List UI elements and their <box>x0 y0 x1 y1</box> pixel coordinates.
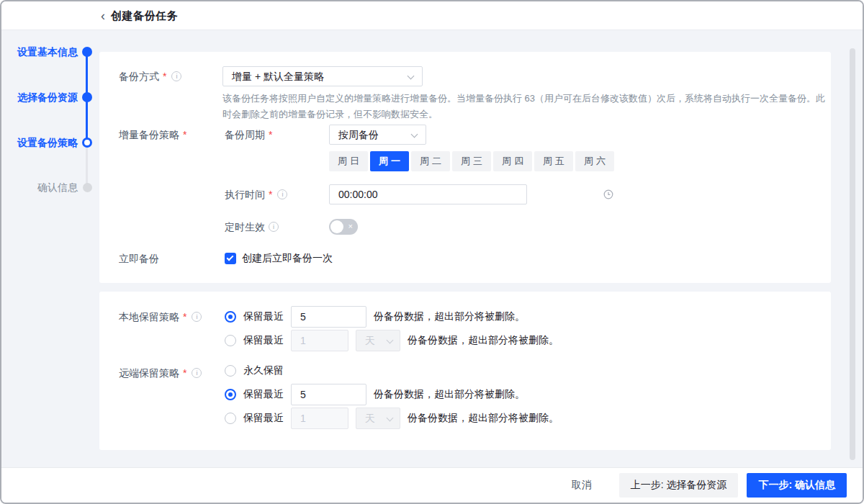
step-item-confirm-info[interactable]: 确认信息 <box>1 180 78 194</box>
required-mark: * <box>269 184 272 204</box>
info-icon[interactable]: i <box>277 189 287 199</box>
remote-retention-label: 远端保留策略*i <box>119 363 202 383</box>
info-icon[interactable]: i <box>171 71 181 81</box>
option-suffix: 份备份数据，超出部分将被删除。 <box>408 412 559 425</box>
schedule-effect-toggle[interactable]: × <box>329 219 358 235</box>
chevron-down-icon <box>408 73 415 80</box>
info-icon[interactable]: i <box>269 222 279 232</box>
option-prefix: 保留最近 <box>243 310 284 323</box>
step-item-select-resource[interactable]: 选择备份资源 <box>1 90 78 104</box>
radio-selected-icon[interactable] <box>225 389 236 400</box>
chevron-down-icon <box>411 131 418 138</box>
required-mark: * <box>183 363 186 383</box>
info-icon[interactable]: i <box>192 312 202 322</box>
immediate-backup-option-label: 创建后立即备份一次 <box>242 252 333 265</box>
radio-unselected-icon[interactable] <box>225 413 236 424</box>
option-suffix: 份备份数据，超出部分将被删除。 <box>374 310 525 323</box>
breadcrumb: ‹ 创建备份任务 <box>101 1 178 30</box>
top-bar: ‹ 创建备份任务 <box>1 1 863 30</box>
backup-method-description: 该备份任务将按照用户自定义的增量策略进行增量备份。当增量备份执行 63（用户可在… <box>222 91 826 122</box>
toggle-knob <box>330 220 343 233</box>
prev-step-button[interactable]: 上一步: 选择备份资源 <box>619 473 739 498</box>
step-dot-done-icon <box>82 92 92 102</box>
option-suffix: 份备份数据，超出部分将被删除。 <box>408 334 559 347</box>
required-mark: * <box>183 125 186 145</box>
incremental-policy-label: 增量备份策略* <box>119 125 188 145</box>
backup-cycle-select[interactable]: 按周备份 <box>329 125 426 145</box>
info-icon[interactable]: i <box>192 368 202 378</box>
remote-retention-count-option: 保留最近 份备份数据，超出部分将被删除。 <box>225 384 525 405</box>
exec-time-input[interactable] <box>329 184 527 204</box>
weekday-button-saturday[interactable]: 周六 <box>575 151 614 171</box>
local-retention-count-option: 保留最近 份备份数据，超出部分将被删除。 <box>225 306 525 328</box>
next-step-button[interactable]: 下一步: 确认信息 <box>747 473 847 498</box>
local-retention-count-input[interactable] <box>291 306 366 328</box>
weekday-button-monday[interactable]: 周一 <box>370 151 409 171</box>
step-item-backup-policy[interactable]: 设置备份策略 <box>1 135 78 150</box>
backup-method-label: 备份方式*i <box>119 66 181 86</box>
weekday-selector: 周日 周一 周二 周三 周四 周五 周六 <box>329 151 614 171</box>
option-suffix: 份备份数据，超出部分将被删除。 <box>374 388 525 401</box>
create-backup-task-page: ‹ 创建备份任务 设置基本信息 选择备份资源 设置备份策略 确认信息 备份方式*… <box>0 0 864 504</box>
radio-unselected-icon[interactable] <box>225 365 236 377</box>
option-prefix: 保留最近 <box>243 388 284 401</box>
remote-retention-forever-option: 永久保留 <box>225 361 284 381</box>
option-prefix: 保留最近 <box>243 334 284 347</box>
weekday-button-thursday[interactable]: 周四 <box>493 151 532 171</box>
weekday-button-tuesday[interactable]: 周二 <box>411 151 450 171</box>
step-dot-pending-icon <box>83 183 92 192</box>
step-dot-current-icon <box>82 138 92 148</box>
step-dot-done-icon <box>82 47 92 57</box>
check-icon <box>227 254 234 261</box>
weekday-button-wednesday[interactable]: 周三 <box>452 151 491 171</box>
option-prefix: 保留最近 <box>243 412 284 425</box>
option-label: 永久保留 <box>243 364 284 377</box>
backup-policy-panel: 备份方式*i 增量 + 默认全量策略 该备份任务将按照用户自定义的增量策略进行增… <box>99 52 831 283</box>
clock-icon[interactable] <box>603 189 613 199</box>
chevron-down-icon <box>387 337 394 344</box>
retention-policy-panel: 本地保留策略*i 保留最近 份备份数据，超出部分将被删除。 保留最近 天 份备份… <box>99 292 831 450</box>
local-retention-label: 本地保留策略*i <box>119 307 202 327</box>
radio-unselected-icon[interactable] <box>225 335 236 346</box>
footer-action-bar: 取消 上一步: 选择备份资源 下一步: 确认信息 <box>1 467 863 503</box>
toggle-close-icon: × <box>348 219 353 235</box>
weekday-button-sunday[interactable]: 周日 <box>329 151 368 171</box>
remote-retention-count-input[interactable] <box>291 384 366 405</box>
cancel-button[interactable]: 取消 <box>560 473 603 498</box>
immediate-backup-checkbox[interactable] <box>225 253 236 264</box>
local-retention-unit-select[interactable]: 天 <box>356 330 400 351</box>
required-mark: * <box>183 307 186 327</box>
radio-selected-icon[interactable] <box>225 311 236 323</box>
remote-retention-unit-select[interactable]: 天 <box>356 408 400 429</box>
vertical-scrollbar[interactable] <box>850 48 855 460</box>
weekday-button-friday[interactable]: 周五 <box>534 151 573 171</box>
exec-time-label: 执行时间*i <box>225 184 287 204</box>
immediate-backup-row: 创建后立即备份一次 <box>225 248 333 269</box>
step-item-basic-info[interactable]: 设置基本信息 <box>1 45 78 59</box>
schedule-effect-label: 定时生效i <box>225 217 279 237</box>
back-chevron-icon[interactable]: ‹ <box>101 9 105 22</box>
page-title: 创建备份任务 <box>111 9 178 23</box>
immediate-backup-label: 立即备份 <box>119 248 159 269</box>
local-retention-days-option: 保留最近 天 份备份数据，超出部分将被删除。 <box>225 330 559 351</box>
remote-retention-days-input[interactable] <box>291 408 348 429</box>
step-connector-pending <box>86 143 88 187</box>
remote-retention-days-option: 保留最近 天 份备份数据，超出部分将被删除。 <box>225 408 559 429</box>
local-retention-days-input[interactable] <box>291 330 348 351</box>
required-mark: * <box>269 125 272 145</box>
required-mark: * <box>163 66 166 86</box>
backup-method-select[interactable]: 增量 + 默认全量策略 <box>222 66 423 86</box>
backup-cycle-label: 备份周期* <box>225 125 274 145</box>
chevron-down-icon <box>387 415 394 422</box>
